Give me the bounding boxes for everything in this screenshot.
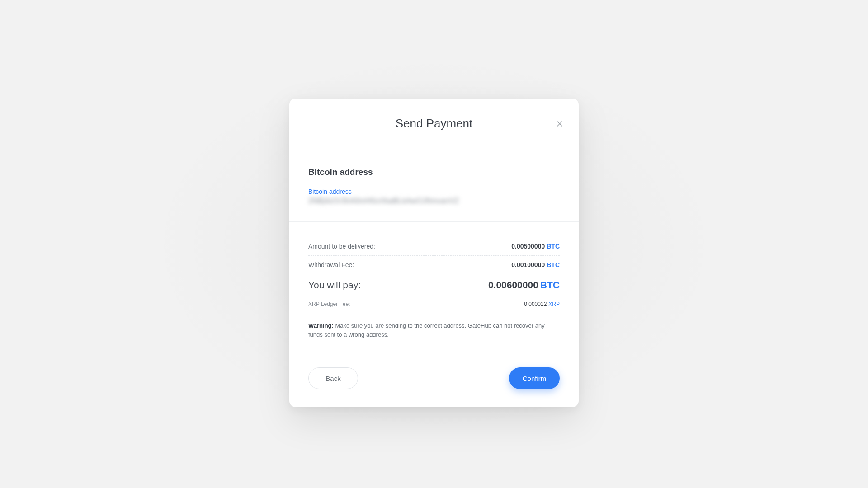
row-total-number: 0.00600000 (488, 280, 538, 290)
warning-prefix: Warning: (308, 322, 334, 329)
address-value-obscured: 2NBj4zOr3hA0mH0uVbaBLkAwOJftmvanVZ (308, 197, 560, 205)
close-icon (556, 120, 564, 128)
row-ledger-fee: XRP Ledger Fee: 0.000012XRP (308, 296, 560, 312)
row-total-value: 0.00600000BTC (488, 280, 560, 291)
row-withdrawal-fee: Withdrawal Fee: 0.00100000BTC (308, 256, 560, 274)
warning-text: Warning: Make sure you are sending to th… (308, 321, 560, 339)
warning-body: Make sure you are sending to the correct… (308, 322, 545, 338)
back-button[interactable]: Back (308, 367, 358, 389)
row-fee-number: 0.00100000 (511, 261, 545, 268)
row-amount: Amount to be delivered: 0.00500000BTC (308, 237, 560, 256)
row-fee-label: Withdrawal Fee: (308, 261, 354, 268)
row-ledger-currency: XRP (548, 301, 560, 307)
address-field-label: Bitcoin address (308, 188, 560, 195)
row-fee-value: 0.00100000BTC (511, 261, 560, 268)
row-fee-currency: BTC (547, 261, 560, 268)
confirm-button[interactable]: Confirm (509, 367, 560, 389)
modal-header: Send Payment (289, 99, 579, 149)
row-amount-number: 0.00500000 (511, 243, 545, 250)
row-ledger-label: XRP Ledger Fee: (308, 301, 350, 307)
row-total-label: You will pay: (308, 280, 361, 291)
send-payment-modal: Send Payment Bitcoin address Bitcoin add… (289, 99, 579, 407)
row-amount-value: 0.00500000BTC (511, 243, 560, 250)
row-ledger-number: 0.000012 (524, 301, 547, 307)
confirm-button-label: Confirm (523, 375, 547, 382)
row-amount-label: Amount to be delivered: (308, 243, 375, 250)
modal-title: Send Payment (396, 117, 473, 131)
row-total-currency: BTC (540, 280, 560, 290)
row-amount-currency: BTC (547, 243, 560, 250)
address-section: Bitcoin address Bitcoin address 2NBj4zOr… (289, 149, 579, 222)
close-button[interactable] (553, 117, 566, 130)
modal-footer: Back Confirm (289, 367, 579, 407)
row-ledger-value: 0.000012XRP (524, 301, 560, 307)
address-heading: Bitcoin address (308, 167, 560, 177)
row-total: You will pay: 0.00600000BTC (308, 274, 560, 296)
back-button-label: Back (326, 375, 340, 382)
summary-section: Amount to be delivered: 0.00500000BTC Wi… (289, 222, 579, 355)
